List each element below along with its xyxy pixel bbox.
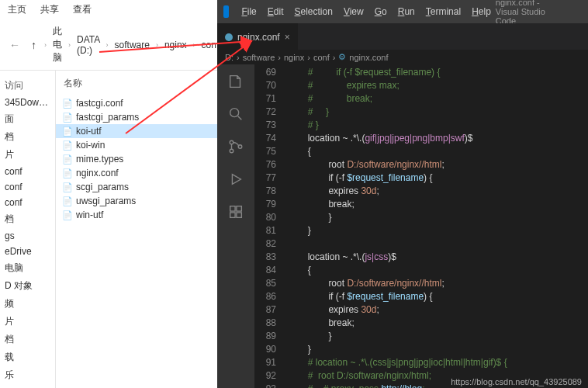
nav-item[interactable]: 档 [0, 210, 55, 228]
bc-file[interactable]: nginx.conf [349, 53, 388, 62]
titlebar: File Edit Selection View Go Run Terminal… [217, 0, 588, 23]
code-line: # break; [287, 92, 588, 106]
nav-item[interactable]: gs [0, 228, 55, 244]
file-row[interactable]: 📄fastcgi_params [56, 110, 217, 124]
ribbon-home[interactable]: 主页 [8, 3, 26, 16]
nav-item[interactable]: 面 [0, 384, 55, 388]
gear-icon [225, 33, 233, 41]
menu-edit[interactable]: Edit [263, 5, 289, 19]
line-number: 75 [261, 145, 276, 158]
svg-point-1 [230, 140, 233, 144]
bc-drive[interactable]: DATA (D:) [75, 33, 102, 57]
line-number: 85 [261, 277, 276, 290]
bc-nginx[interactable]: nginx [284, 53, 304, 62]
svg-rect-7 [237, 206, 241, 211]
search-icon[interactable] [227, 105, 245, 123]
file-name: fastcgi.conf [76, 98, 123, 109]
code-line: root D:/software/nginx//html; [287, 158, 588, 171]
file-row[interactable]: 📄koi-utf [56, 124, 217, 138]
bc-conf[interactable]: conf [313, 53, 330, 62]
menu-selection[interactable]: Selection [290, 5, 337, 19]
file-name: koi-utf [76, 126, 102, 137]
nav-item[interactable]: conf [0, 164, 55, 179]
nav-back-icon[interactable]: ← [6, 39, 23, 51]
nav-item[interactable]: 面 [0, 110, 55, 128]
file-list: 名称 📄fastcgi.conf📄fastcgi_params📄koi-utf📄… [56, 71, 217, 388]
close-icon[interactable]: × [285, 32, 290, 43]
line-number: 90 [261, 343, 276, 356]
svg-rect-4 [230, 206, 235, 211]
bc-nginx[interactable]: nginx [163, 39, 189, 51]
tab-nginx-conf[interactable]: nginx.conf × [217, 23, 298, 50]
editor[interactable]: 6970717273747576777879808182838485868788… [254, 64, 588, 388]
file-row[interactable]: 📄fastcgi.conf [56, 96, 217, 110]
menu-file[interactable]: File [237, 5, 261, 19]
nav-item[interactable]: 频 [0, 295, 55, 313]
file-row[interactable]: 📄uwsgi_params [56, 194, 217, 208]
file-row[interactable]: 📄win-utf [56, 208, 217, 222]
menu-terminal[interactable]: Terminal [421, 5, 465, 19]
nav-item[interactable]: 片 [0, 146, 55, 164]
files-icon[interactable] [227, 72, 245, 91]
code-line: # } [287, 106, 588, 119]
nav-item[interactable]: 档 [0, 128, 55, 146]
nav-item[interactable]: 电脑 [0, 259, 55, 277]
bc-pc[interactable]: 此电脑 [51, 24, 64, 65]
code-line: expires 30d; [287, 303, 588, 317]
menu-help[interactable]: Help [467, 5, 496, 19]
nav-item[interactable]: D 对象 [0, 277, 55, 295]
code-line: # expires max; [287, 79, 588, 92]
nav-item[interactable]: 载 [0, 348, 55, 366]
bc-software[interactable]: software [113, 39, 151, 51]
line-number: 79 [261, 198, 276, 211]
bc-software[interactable]: software [243, 53, 275, 62]
extensions-icon[interactable] [227, 203, 245, 221]
line-number: 82 [261, 237, 276, 251]
menu-go[interactable]: Go [370, 5, 392, 19]
nav-up-icon[interactable]: ↑ [28, 39, 40, 51]
code-line: # } [287, 119, 588, 132]
file-row[interactable]: 📄scgi_params [56, 180, 217, 194]
code-line: break; [287, 317, 588, 330]
bc-d[interactable]: D: [225, 53, 233, 62]
vscode-icon [223, 5, 229, 18]
line-number: 78 [261, 185, 276, 198]
watermark: https://blog.csdn.net/qq_43925089 [451, 377, 582, 386]
menu-run[interactable]: Run [393, 5, 420, 19]
line-number: 74 [261, 132, 276, 145]
svg-rect-6 [237, 213, 241, 217]
line-number: 71 [261, 92, 276, 106]
tab-label: nginx.conf [237, 32, 280, 43]
nav-item[interactable]: eDrive [0, 244, 55, 259]
file-name: mime.types [76, 154, 123, 165]
file-row[interactable]: 📄nginx.conf [56, 166, 217, 180]
file-row[interactable]: 📄mime.types [56, 152, 217, 166]
line-number: 73 [261, 119, 276, 132]
nav-item[interactable]: conf [0, 179, 55, 195]
nav-item[interactable]: 345Downloads [0, 95, 55, 110]
code-line: location ~ .*\.(js|css)$ [287, 251, 588, 264]
line-number: 91 [261, 356, 276, 369]
column-header-name[interactable]: 名称 [56, 75, 217, 93]
svg-rect-5 [230, 213, 235, 217]
breadcrumb[interactable]: D:› software› nginx› conf› ⚙ nginx.conf [217, 50, 588, 64]
line-number: 87 [261, 303, 276, 317]
line-number: 92 [261, 369, 276, 383]
file-name: scgi_params [76, 182, 129, 192]
debug-icon[interactable] [227, 170, 245, 189]
ribbon-share[interactable]: 共享 [40, 3, 59, 16]
file-row[interactable]: 📄koi-win [56, 138, 217, 152]
file-name: win-utf [76, 210, 103, 220]
code-content[interactable]: # if (-f $request_filename) { # expires … [287, 64, 588, 388]
ribbon-view[interactable]: 查看 [73, 3, 92, 16]
menu-view[interactable]: View [339, 5, 368, 19]
nav-item[interactable]: 片 [0, 313, 55, 331]
code-line: } [287, 343, 588, 356]
code-line: # location ~ .*\.(css|js|png|jpg|ioc|htm… [287, 356, 588, 369]
line-number: 69 [261, 66, 276, 79]
nav-item[interactable]: 档 [0, 331, 55, 348]
source-control-icon[interactable] [227, 137, 245, 156]
line-number: 70 [261, 79, 276, 92]
nav-item[interactable]: conf [0, 195, 55, 210]
nav-item[interactable]: 乐 [0, 366, 55, 384]
